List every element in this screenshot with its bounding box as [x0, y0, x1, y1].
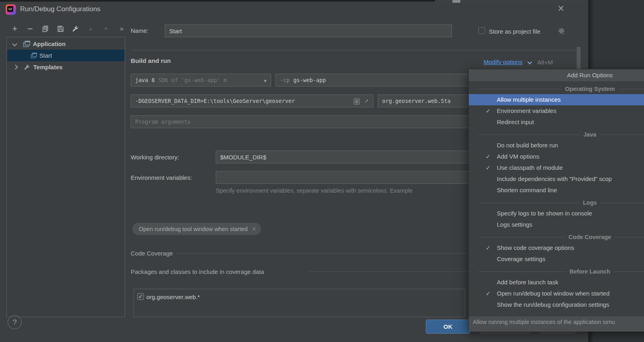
- templates-wrench-icon: [24, 64, 30, 70]
- popup-title: Add Run Options: [469, 69, 644, 81]
- menu-item[interactable]: Redirect input: [469, 117, 644, 128]
- vm-options-field[interactable]: -DGEOSERVER_DATA_DIR=E:\tools\GeoServer\…: [131, 95, 373, 107]
- remove-configuration-button[interactable]: −: [26, 24, 34, 34]
- more-actions-icon[interactable]: »: [117, 24, 126, 34]
- move-up-icon[interactable]: ▲: [86, 24, 95, 34]
- add-configuration-button[interactable]: +: [10, 24, 19, 34]
- popup-menu-list: Operating System Allow multiple instance…: [469, 81, 644, 310]
- tree-item-label: Start: [39, 52, 52, 59]
- environment-variables-hint: Specify environment variables, separate …: [216, 187, 468, 194]
- coverage-item-label: org.geoserver.web.*: [146, 294, 200, 300]
- jre-combobox[interactable]: java 8 SDK of 'gs-web-app' m ▼: [131, 74, 271, 87]
- menu-item[interactable]: Add VM options: [469, 151, 644, 162]
- menu-item[interactable]: Add before launch task: [469, 277, 644, 288]
- menu-item[interactable]: Open run/debug tool window when started: [469, 288, 644, 299]
- ide-top-strip: [0, 0, 435, 2]
- help-button[interactable]: ?: [8, 315, 22, 329]
- menu-item[interactable]: Include dependencies with "Provided" sco…: [469, 173, 644, 185]
- tree-item-label: Templates: [33, 64, 63, 70]
- tree-item-label: Application: [33, 40, 66, 47]
- run-debug-configurations-dialog: { "window": { "title": "Run/Debug Config…: [0, 0, 644, 342]
- tree-item-templates[interactable]: Templates: [7, 61, 125, 73]
- intellij-logo-icon: IJ: [6, 4, 16, 15]
- ide-top-scroll-nub: [452, 0, 460, 3]
- menu-item[interactable]: Specify logs to be shown in console: [469, 208, 644, 219]
- section-separator: [131, 50, 576, 50]
- name-label: Name:: [131, 27, 148, 34]
- menu-section-logs: Logs: [469, 197, 644, 208]
- store-as-project-file-checkbox[interactable]: [478, 27, 485, 34]
- add-run-options-popup: Add Run Options Operating System Allow m…: [468, 69, 644, 331]
- environment-variables-label: Environment variables:: [131, 174, 192, 181]
- chevron-down-icon[interactable]: [527, 60, 532, 64]
- menu-item[interactable]: Use classpath of module: [469, 162, 644, 173]
- coverage-packages-list: ✓ org.geoserver.web.*: [134, 289, 465, 317]
- chevron-down-icon[interactable]: [12, 41, 17, 46]
- modify-options-shortcut: Alt+M: [537, 59, 553, 66]
- copy-configuration-icon[interactable]: [41, 24, 50, 34]
- application-icon: [30, 52, 37, 58]
- ok-button[interactable]: OK: [426, 320, 470, 334]
- menu-item[interactable]: Show code coverage options: [469, 242, 644, 253]
- menu-section-operating-system: Operating System: [469, 84, 644, 94]
- open-tool-window-chip[interactable]: Open run/debug tool window when started …: [132, 223, 261, 235]
- store-as-project-file-label: Store as project file: [489, 28, 540, 35]
- popup-status-hint: Allow running multiple instances of the …: [469, 316, 644, 332]
- tree-item-application[interactable]: Application: [7, 38, 125, 50]
- combo-arrow-icon[interactable]: ▼: [263, 78, 267, 83]
- menu-section-before-launch: Before Launch: [469, 266, 644, 277]
- code-coverage-heading: Code Coverage: [131, 250, 173, 257]
- menu-item[interactable]: Show the run/debug configuration setting…: [469, 299, 644, 310]
- expand-field-icon[interactable]: [363, 98, 370, 105]
- chip-remove-icon[interactable]: ✕: [252, 226, 257, 232]
- menu-item[interactable]: Coverage settings: [469, 253, 644, 265]
- chevron-right-icon[interactable]: [13, 64, 18, 70]
- name-input[interactable]: Start: [165, 24, 452, 37]
- list-view-icon[interactable]: [353, 98, 360, 105]
- menu-item[interactable]: Do not build before run: [469, 140, 644, 151]
- coverage-item-checkbox[interactable]: ✓: [137, 293, 144, 300]
- menu-section-code-coverage: Code Coverage: [469, 232, 644, 242]
- tree-item-start[interactable]: Start: [7, 50, 125, 61]
- modify-options-link[interactable]: Modify options: [484, 58, 522, 65]
- packages-heading: Packages and classes to include in cover…: [131, 268, 264, 275]
- close-icon[interactable]: ×: [555, 2, 567, 15]
- vertical-scrollbar-thumb[interactable]: [577, 47, 581, 69]
- working-directory-label: Working directory:: [131, 154, 179, 161]
- menu-item[interactable]: Environment variables: [469, 105, 644, 117]
- edit-templates-wrench-icon[interactable]: [71, 24, 80, 34]
- gear-icon[interactable]: [557, 27, 565, 35]
- menu-item[interactable]: Shorten command line: [469, 185, 644, 196]
- application-icon: [23, 40, 30, 47]
- dialog-title: Run/Debug Configurations: [20, 5, 100, 13]
- save-configuration-icon[interactable]: [56, 24, 65, 34]
- configurations-tree: Application Start Templates: [6, 37, 125, 317]
- move-down-icon[interactable]: ▼: [101, 24, 111, 34]
- build-and-run-heading: Build and run: [131, 57, 171, 64]
- menu-item[interactable]: Allow multiple instances: [469, 94, 644, 105]
- menu-section-java: Java: [469, 129, 644, 140]
- menu-item[interactable]: Logs settings: [469, 219, 644, 230]
